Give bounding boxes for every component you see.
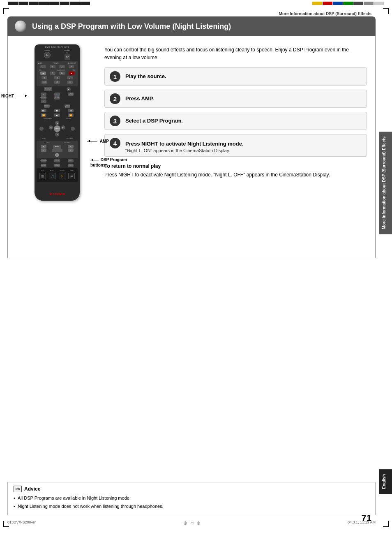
normal-play-title: To return to normal play [104,162,367,170]
step-1-text: Play the source. [125,71,166,80]
remote-wrapper: NIGHT DVR-S200 RAK00001 POWER ⏻ [24,44,90,201]
corner-mark-tl [3,8,9,14]
night-label: NIGHT [1,94,28,98]
step-2-text: Press AMP. [125,93,154,102]
corner-mark-br [383,521,389,527]
advice-item-2: Night Listening mode does not work when … [14,503,369,510]
footer-right: 04.3.1, 11:19 AM [348,520,376,526]
step-4-text: Press NIGHT to activate Night Listening … [125,139,244,148]
step-4-subtext: "Night L. ON" appears in the CinemaStati… [125,148,244,153]
footer: 013DVX-S200-en ⊕ 71 ⊕ 04.3.1, 11:19 AM [7,520,376,526]
advice-item-1: All DSP Programs are available in Night … [14,495,369,502]
content-box: NIGHT DVR-S200 RAK00001 POWER ⏻ [7,36,376,258]
advice-box: Im Advice All DSP Programs are available… [7,482,376,515]
step-4: 4 Press NIGHT to activate Night Listenin… [104,134,367,156]
step-2: 2 Press AMP. [104,90,367,108]
advice-title: Im Advice [14,486,369,492]
dsp-program-label: DSP Program buttons [90,157,127,168]
print-marks-left [8,2,90,5]
steps-container: 1 Play the source. 2 Press AMP. 3 Select… [104,67,367,156]
normal-play-section: To return to normal play Press NIGHT to … [104,162,367,179]
right-column: You can control the big sound effects an… [104,44,367,201]
title-icon [15,21,26,32]
remote-column: NIGHT DVR-S200 RAK00001 POWER ⏻ [16,44,96,201]
yamaha-logo: ✿ YAMAHA [49,192,65,196]
step-3: 3 Select a DSP Program. [104,112,367,130]
footer-left: 013DVX-S200-en [7,520,37,526]
remote-model: DVR-S200 RAK00001 [35,44,80,48]
amp-label: AMP [87,139,109,144]
step-3-text: Select a DSP Program. [125,116,183,125]
step-1: 1 Play the source. [104,67,367,86]
side-tab-dsp: More Information about DSP (Surround) Ef… [379,132,392,234]
step-1-number: 1 [110,71,120,82]
normal-play-text: Press NIGHT to deactivate Night Listenin… [104,171,367,179]
step-2-number: 2 [110,93,120,104]
footer-center: ⊕ 71 ⊕ [183,520,201,526]
step-4-number: 4 [110,138,120,148]
intro-text: You can control the big sound effects an… [104,44,367,62]
step-3-number: 3 [110,116,120,126]
side-tab-english: English [379,469,392,494]
page-title: Using a DSP Program with Low Volume (Nig… [32,22,231,31]
main-content: Using a DSP Program with Low Volume (Nig… [7,16,376,519]
title-box: Using a DSP Program with Low Volume (Nig… [7,16,376,36]
advice-icon: Im [14,486,22,492]
remote-control: DVR-S200 RAK00001 POWER ⏻ POWER TV TV [35,44,80,201]
amp-button[interactable] [55,153,59,157]
print-marks-right [312,2,384,5]
corner-mark-tr [383,8,389,14]
